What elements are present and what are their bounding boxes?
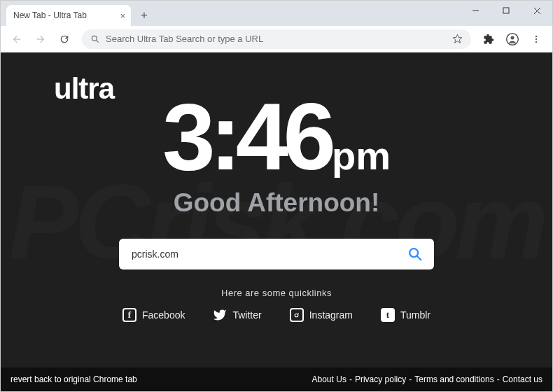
footer-links: About Us- Privacy policy- Terms and cond… — [312, 374, 542, 384]
svg-point-8 — [536, 35, 537, 36]
footer-link-contact[interactable]: Contact us — [503, 374, 542, 384]
window-controls — [460, 1, 552, 22]
instagram-icon — [290, 308, 304, 322]
svg-point-9 — [536, 38, 537, 39]
search-icon — [407, 246, 423, 262]
svg-point-11 — [410, 248, 418, 257]
clock-time: 3:46 — [162, 89, 330, 184]
quicklink-label: Instagram — [309, 309, 353, 321]
svg-point-7 — [511, 36, 514, 39]
search-icon — [90, 34, 100, 44]
back-button[interactable] — [6, 29, 27, 50]
minimize-button[interactable] — [460, 1, 491, 20]
puzzle-icon — [483, 34, 494, 45]
quicklink-twitter[interactable]: Twitter — [213, 308, 261, 322]
reload-button[interactable] — [54, 29, 75, 50]
close-tab-icon[interactable]: × — [120, 10, 125, 21]
address-bar-placeholder: Search Ultra Tab Search or type a URL — [106, 34, 263, 44]
revert-link[interactable]: revert back to original Chrome tab — [10, 374, 137, 384]
profile-button[interactable] — [502, 29, 523, 50]
clock-ampm: pm — [332, 133, 391, 178]
clock: 3:46 pm — [162, 89, 391, 184]
svg-line-12 — [417, 256, 421, 260]
footer-link-terms[interactable]: Terms and conditions — [414, 374, 493, 384]
user-avatar-icon — [505, 32, 519, 46]
page-content: PCrisk.com ultra 3:46 pm Good Afternoon!… — [1, 52, 552, 391]
maximize-button[interactable] — [491, 1, 522, 20]
svg-line-5 — [97, 40, 99, 42]
quicklink-label: Twitter — [232, 309, 261, 321]
title-bar: New Tab - Ultra Tab × + — [1, 1, 552, 26]
kebab-menu-icon — [531, 34, 541, 44]
svg-rect-1 — [503, 8, 509, 13]
greeting-text: Good Afternoon! — [174, 188, 380, 218]
forward-button[interactable] — [30, 29, 51, 50]
browser-window: New Tab - Ultra Tab × + Sea — [0, 0, 553, 392]
page-footer: revert back to original Chrome tab About… — [1, 368, 552, 391]
quicklink-instagram[interactable]: Instagram — [290, 308, 353, 322]
page-search-button[interactable] — [400, 242, 430, 266]
svg-point-13 — [295, 314, 298, 317]
svg-point-4 — [92, 36, 97, 41]
new-tab-button[interactable]: + — [135, 6, 153, 24]
browser-tab[interactable]: New Tab - Ultra Tab × — [6, 5, 131, 26]
quicklink-tumblr[interactable]: t Tumblr — [381, 308, 430, 322]
extensions-button[interactable] — [478, 29, 499, 50]
footer-link-about[interactable]: About Us — [312, 374, 346, 384]
arrow-left-icon — [11, 34, 22, 45]
reload-icon — [59, 34, 70, 45]
page-search-bar — [119, 239, 434, 270]
tab-title: New Tab - Ultra Tab — [13, 10, 87, 20]
menu-button[interactable] — [526, 29, 547, 50]
tumblr-icon: t — [381, 308, 395, 322]
quicklink-facebook[interactable]: f Facebook — [122, 308, 185, 322]
page-search-input[interactable] — [132, 248, 400, 260]
quicklinks-heading: Here are some quicklinks — [221, 288, 332, 298]
twitter-icon — [213, 308, 227, 322]
address-bar[interactable]: Search Ultra Tab Search or type a URL — [82, 29, 471, 49]
quicklink-label: Tumblr — [400, 309, 430, 321]
browser-toolbar: Search Ultra Tab Search or type a URL — [1, 26, 552, 52]
arrow-right-icon — [35, 34, 46, 45]
close-window-button[interactable] — [522, 1, 552, 20]
svg-point-14 — [298, 313, 299, 314]
quicklinks-row: f Facebook Twitter Instagram t Tumblr — [122, 308, 430, 322]
bookmark-star-icon[interactable] — [452, 34, 463, 44]
quicklink-label: Facebook — [142, 309, 185, 321]
svg-point-10 — [536, 41, 537, 42]
facebook-icon: f — [122, 308, 136, 322]
footer-link-privacy[interactable]: Privacy policy — [355, 374, 406, 384]
ultra-logo: ultra — [54, 72, 114, 106]
